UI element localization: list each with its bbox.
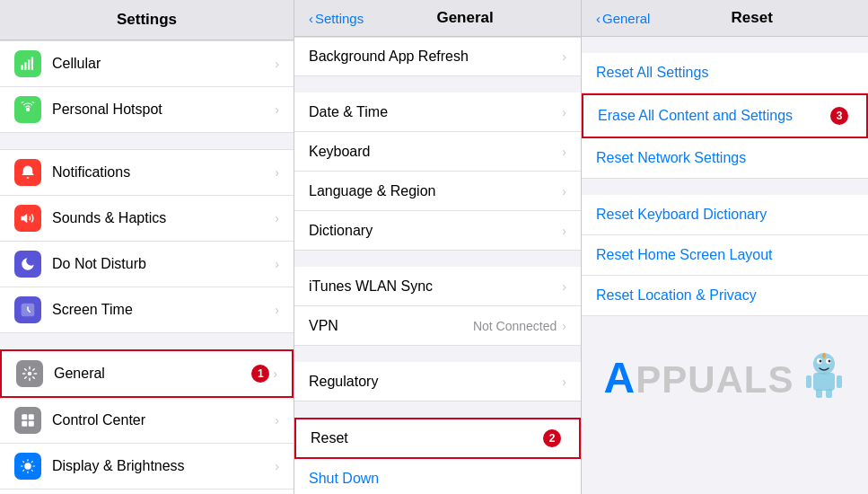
general-item-date-time[interactable]: Date & Time › [294, 93, 581, 132]
reset-step-badge: 2 [543, 429, 561, 447]
reset-item-network[interactable]: Reset Network Settings [582, 138, 868, 179]
general-panel: ‹ Settings General Background App Refres… [294, 0, 582, 494]
general-item-itunes[interactable]: iTunes WLAN Sync › [294, 267, 581, 306]
notifications-label: Notifications [52, 164, 275, 181]
general-sep-2 [294, 251, 581, 267]
svg-rect-8 [22, 414, 27, 419]
general-label: General [54, 366, 251, 382]
svg-marker-5 [22, 214, 28, 224]
reset-panel-header: ‹ General Reset [582, 0, 868, 37]
general-items-list: Background App Refresh › Date & Time › K… [294, 37, 581, 494]
general-item-reset[interactable]: Reset 2 [294, 418, 581, 459]
watermark-text: APPUALS [603, 353, 793, 402]
svg-rect-9 [29, 414, 34, 419]
svg-rect-24 [837, 375, 842, 388]
bg-refresh-label: Background App Refresh [309, 49, 562, 65]
general-item-bg-refresh[interactable]: Background App Refresh › [294, 37, 581, 76]
svg-rect-18 [813, 373, 835, 391]
reset-item-keyboard-dict[interactable]: Reset Keyboard Dictionary [582, 195, 868, 235]
itunes-label: iTunes WLAN Sync [309, 278, 562, 295]
reset-back-label: General [602, 11, 650, 26]
svg-point-21 [819, 360, 821, 363]
general-item-dictionary[interactable]: Dictionary › [294, 211, 581, 251]
keyboard-chevron: › [562, 145, 566, 159]
reset-item-location-privacy[interactable]: Reset Location & Privacy [582, 276, 868, 316]
screen-time-label: Screen Time [52, 302, 275, 318]
sounds-label: Sounds & Haptics [52, 210, 275, 226]
erase-step-badge: 3 [830, 107, 848, 125]
date-time-chevron: › [562, 105, 566, 119]
reset-label: Reset [311, 430, 543, 446]
svg-rect-0 [22, 66, 23, 70]
svg-rect-2 [28, 60, 30, 70]
reset-back-button[interactable]: ‹ General [596, 11, 650, 26]
general-item-shutdown[interactable]: Shut Down [294, 459, 581, 494]
general-item-regulatory[interactable]: Regulatory › [294, 362, 581, 401]
display-icon [14, 453, 41, 480]
reset-items-list: Reset All Settings Erase All Content and… [582, 37, 868, 494]
sidebar-item-personal-hotspot[interactable]: Personal Hotspot › [0, 87, 294, 133]
control-center-label: Control Center [52, 412, 275, 428]
general-chevron: › [273, 366, 277, 381]
general-back-button[interactable]: ‹ Settings [309, 11, 364, 26]
general-panel-header: ‹ Settings General [294, 0, 581, 37]
sidebar-item-display[interactable]: Display & Brightness › [0, 444, 294, 490]
svg-rect-23 [806, 375, 811, 388]
screen-time-chevron: › [275, 303, 279, 317]
sounds-chevron: › [275, 211, 279, 225]
reset-sep-middle [582, 179, 868, 195]
reset-home-label: Reset Home Screen Layout [596, 247, 773, 263]
cellular-label: Cellular [52, 56, 275, 72]
display-label: Display & Brightness [52, 458, 275, 474]
dnd-chevron: › [275, 257, 279, 271]
svg-rect-11 [29, 421, 34, 427]
control-center-chevron: › [275, 413, 279, 428]
sidebar-item-control-center[interactable]: Control Center › [0, 398, 294, 444]
svg-point-22 [828, 360, 830, 363]
sidebar-item-notifications[interactable]: Notifications › [0, 149, 294, 196]
back-label: Settings [315, 11, 364, 26]
keyboard-label: Keyboard [309, 144, 562, 160]
sidebar-item-sounds[interactable]: Sounds & Haptics › [0, 196, 294, 242]
regulatory-label: Regulatory [309, 374, 562, 390]
language-label: Language & Region [309, 183, 562, 199]
watermark-area: APPUALS [582, 332, 868, 422]
sidebar-item-cellular[interactable]: Cellular › [0, 40, 294, 87]
main-container: Settings Cellular › Personal Hotspot › [0, 0, 868, 494]
erase-all-label: Erase All Content and Settings [598, 108, 793, 124]
sidebar-item-screen-time[interactable]: Screen Time › [0, 287, 294, 333]
sidebar-item-general[interactable]: General 1 › [0, 349, 294, 398]
reset-item-all-settings[interactable]: Reset All Settings [582, 53, 868, 93]
reset-item-home-screen[interactable]: Reset Home Screen Layout [582, 235, 868, 276]
hotspot-icon [14, 96, 41, 123]
separator-2 [0, 333, 294, 349]
svg-rect-1 [24, 63, 26, 70]
sidebar-item-dnd[interactable]: Do Not Disturb › [0, 242, 294, 287]
shutdown-label: Shut Down [309, 471, 566, 487]
sidebar-item-wallpaper[interactable]: Wallpaper › [0, 490, 294, 494]
reset-title: Reset [650, 9, 854, 27]
sounds-icon [14, 205, 41, 232]
reset-keyboard-label: Reset Keyboard Dictionary [596, 207, 767, 223]
svg-point-7 [28, 372, 32, 376]
watermark-ppuals: PPUALS [636, 358, 793, 401]
general-item-vpn[interactable]: VPN Not Connected › [294, 306, 581, 346]
general-title: General [364, 9, 566, 27]
general-icon [16, 360, 43, 387]
itunes-chevron: › [562, 279, 566, 294]
vpn-value: Not Connected [473, 319, 557, 333]
screen-time-icon [14, 296, 41, 323]
svg-rect-26 [826, 389, 832, 398]
reset-sep-bottom [582, 316, 868, 332]
settings-panel: Settings Cellular › Personal Hotspot › [0, 0, 294, 494]
cellular-chevron: › [275, 57, 279, 71]
reset-item-erase-all[interactable]: Erase All Content and Settings 3 [582, 93, 868, 138]
back-chevron-icon: ‹ [309, 11, 313, 26]
hotspot-chevron: › [275, 102, 279, 117]
dictionary-chevron: › [562, 224, 566, 238]
notifications-chevron: › [275, 165, 279, 180]
dictionary-label: Dictionary [309, 223, 562, 239]
general-item-language[interactable]: Language & Region › [294, 172, 581, 211]
general-item-keyboard[interactable]: Keyboard › [294, 132, 581, 172]
control-center-icon [14, 407, 41, 434]
